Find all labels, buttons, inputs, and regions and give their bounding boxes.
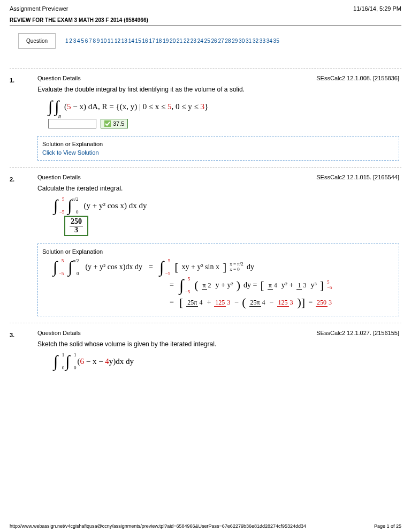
solution-title: Solution or Explanation [42, 141, 394, 149]
solution-panel: Solution or Explanation Click to View So… [37, 136, 399, 161]
question-prompt: Evaluate the double integral by first id… [37, 86, 399, 98]
view-solution-link[interactable]: Click to View Solution [42, 149, 394, 156]
question-prompt: Sketch the solid whose volume is given b… [37, 340, 399, 353]
answer-input[interactable] [48, 119, 96, 128]
integral-expression: ∫∫R (5 − x) dA, R = {(x, y) | 0 ≤ x ≤ 5,… [37, 98, 399, 115]
question-details-label: Question Details [37, 174, 81, 180]
correct-answer-badge: 37.5 [101, 119, 128, 128]
divider [10, 323, 401, 323]
page-datetime: 11/16/14, 5:29 PM [353, 5, 401, 12]
svg-rect-0 [104, 120, 111, 127]
question-details-label: Question Details [37, 330, 81, 336]
question-nav-button[interactable]: Question [18, 33, 56, 49]
solution-steps: ∫5−5 ∫π/20 (y + y² cos x)dx dy = ∫5−5 [x… [53, 259, 394, 309]
review-title: REVIEW FOR THE EXAM 3 MATH 203 F 2014 (6… [10, 15, 401, 26]
divider [10, 167, 401, 168]
divider [10, 68, 401, 69]
page-title: Assignment Previewer [10, 5, 68, 12]
correct-answer-badge: 250 3 [37, 214, 399, 236]
question-source: SEssCalc2 12.1.027. [2156155] [316, 330, 399, 336]
question-details-label: Question Details [37, 75, 81, 81]
question-prompt: Calculate the iterated integral. [37, 185, 399, 197]
question-number-links[interactable]: 1 2 3 4 5 6 7 8 9 10 11 12 13 14 15 16 1… [65, 37, 279, 44]
check-icon [104, 120, 111, 127]
question-source: SEssCalc2 12.1.008. [2155836] [316, 75, 399, 81]
question-number: 2. [10, 174, 37, 316]
solution-title: Solution or Explanation [42, 248, 394, 257]
question-number: 3. [10, 330, 37, 369]
question-source: SEssCalc2 12.1.015. [2165544] [316, 174, 399, 180]
integral-expression: ∫5−5 ∫π/20 (y + y² cos x) dx dy [37, 197, 399, 214]
solution-panel: Solution or Explanation ∫5−5 ∫π/20 (y + … [37, 244, 399, 316]
question-number: 1. [10, 75, 37, 161]
integral-expression: ∫10 ∫10 (6 − x − 4y)dx dy [37, 353, 399, 369]
